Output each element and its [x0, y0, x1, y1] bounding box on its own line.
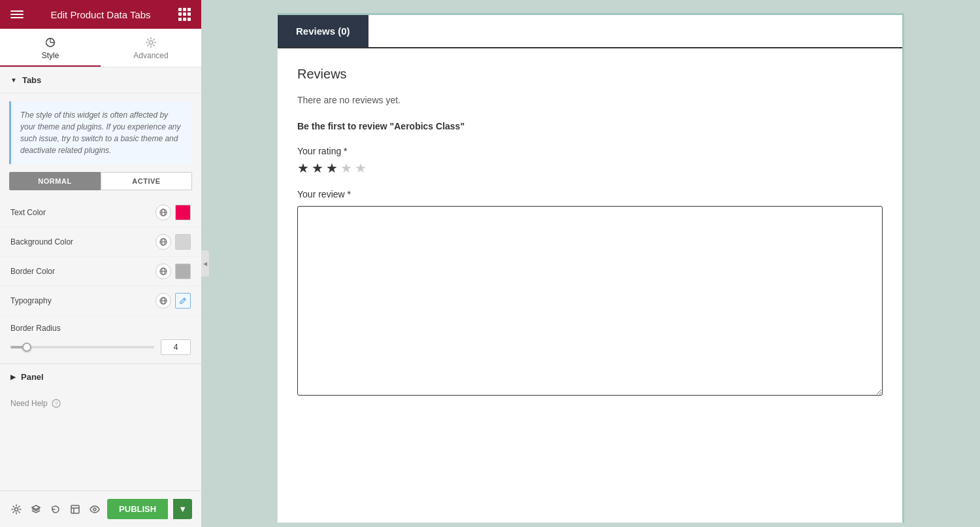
- collapse-handle[interactable]: [201, 250, 209, 277]
- panel-title: Edit Product Data Tabs: [50, 9, 150, 20]
- tabs-section-header[interactable]: ▼ Tabs: [0, 67, 201, 94]
- svg-point-17: [15, 507, 18, 511]
- history-icon-btn[interactable]: [48, 500, 63, 518]
- panel-body: ▼ Tabs The style of this widget is often…: [0, 67, 201, 527]
- svg-point-1: [149, 41, 152, 44]
- state-active-btn[interactable]: ACTIVE: [101, 172, 192, 190]
- border-color-label: Border Color: [10, 267, 155, 276]
- hamburger-icon[interactable]: [10, 8, 24, 21]
- stars-row: ★ ★ ★ ★ ★: [297, 160, 883, 176]
- typography-global-btn[interactable]: [155, 293, 171, 309]
- review-label: Your review *: [297, 189, 883, 199]
- main-area: Reviews (0) Reviews There are no reviews…: [201, 0, 980, 527]
- tab-style[interactable]: Style: [0, 29, 101, 67]
- border-radius-row: Border Radius 4: [0, 316, 201, 364]
- style-icon: [44, 37, 56, 48]
- publish-arrow-button[interactable]: ▼: [173, 499, 192, 519]
- typography-edit-btn[interactable]: [175, 293, 191, 309]
- panel-section-header[interactable]: ▶ Panel: [0, 364, 201, 390]
- publish-button[interactable]: PUBLISH: [107, 499, 168, 519]
- template-icon-btn[interactable]: [68, 500, 82, 518]
- background-color-row: Background Color: [0, 228, 201, 257]
- first-review-label: Be the first to review "Aerobics Class": [297, 121, 883, 131]
- settings-icon-btn[interactable]: [9, 500, 24, 518]
- typography-label: Typography: [10, 296, 155, 305]
- need-help-text: Need Help: [10, 399, 48, 408]
- background-color-global-btn[interactable]: [155, 234, 171, 250]
- panel-header: Edit Product Data Tabs: [0, 0, 201, 29]
- tabs-chevron-icon: ▼: [10, 76, 17, 84]
- left-panel: Edit Product Data Tabs Style Advanced: [0, 0, 201, 527]
- tabs-section-label: Tabs: [22, 75, 41, 85]
- info-box: The style of this widget is often affect…: [9, 101, 192, 164]
- tab-advanced-label: Advanced: [133, 51, 168, 60]
- need-help-row[interactable]: Need Help ?: [0, 390, 201, 417]
- review-textarea[interactable]: [297, 206, 883, 396]
- panel-section-label: Panel: [21, 372, 44, 382]
- grid-icon[interactable]: [178, 8, 191, 21]
- rating-label: Your rating *: [297, 146, 883, 156]
- no-reviews-text: There are no reviews yet.: [297, 95, 883, 105]
- reviews-content: Reviews There are no reviews yet. Be the…: [278, 48, 902, 416]
- content-frame: Reviews (0) Reviews There are no reviews…: [277, 13, 904, 523]
- text-color-actions: [155, 205, 191, 220]
- state-toggle: NORMAL ACTIVE: [9, 172, 192, 190]
- slider-row: 4: [10, 339, 191, 355]
- background-color-label: Background Color: [10, 237, 155, 246]
- layers-icon-btn[interactable]: [29, 500, 43, 518]
- background-color-actions: [155, 234, 191, 250]
- reviews-tab[interactable]: Reviews (0): [278, 15, 368, 47]
- background-color-swatch[interactable]: [175, 234, 191, 250]
- border-radius-value[interactable]: 4: [161, 339, 191, 355]
- panel-chevron-icon: ▶: [10, 373, 16, 381]
- border-radius-label: Border Radius: [10, 324, 191, 333]
- reviews-title: Reviews: [297, 67, 883, 82]
- star-1[interactable]: ★: [297, 160, 309, 176]
- tab-advanced[interactable]: Advanced: [101, 29, 201, 67]
- border-color-global-btn[interactable]: [155, 264, 171, 279]
- info-text: The style of this widget is often affect…: [20, 110, 180, 155]
- typography-actions: [155, 293, 191, 309]
- star-3[interactable]: ★: [326, 160, 338, 176]
- svg-rect-18: [71, 505, 79, 513]
- typography-row: Typography: [0, 286, 201, 316]
- help-icon: ?: [52, 399, 61, 408]
- panel-tabs: Style Advanced: [0, 29, 201, 67]
- reviews-tab-bar: Reviews (0): [278, 15, 902, 48]
- border-radius-slider-track[interactable]: [10, 346, 154, 348]
- tab-style-label: Style: [42, 51, 59, 60]
- state-normal-btn[interactable]: NORMAL: [9, 172, 101, 190]
- border-color-row: Border Color: [0, 257, 201, 286]
- slider-thumb[interactable]: [22, 343, 31, 352]
- text-color-row: Text Color: [0, 198, 201, 228]
- star-4[interactable]: ★: [340, 160, 352, 176]
- text-color-label: Text Color: [10, 208, 155, 217]
- border-color-actions: [155, 264, 191, 279]
- star-5[interactable]: ★: [355, 160, 367, 176]
- text-color-global-btn[interactable]: [155, 205, 171, 220]
- eye-icon-btn[interactable]: [88, 500, 102, 518]
- star-2[interactable]: ★: [312, 160, 323, 176]
- border-color-swatch[interactable]: [175, 264, 191, 279]
- bottom-bar: PUBLISH ▼: [0, 490, 201, 527]
- svg-text:?: ?: [54, 401, 57, 407]
- gear-icon: [145, 37, 157, 48]
- text-color-swatch[interactable]: [175, 205, 191, 220]
- svg-point-19: [93, 508, 96, 511]
